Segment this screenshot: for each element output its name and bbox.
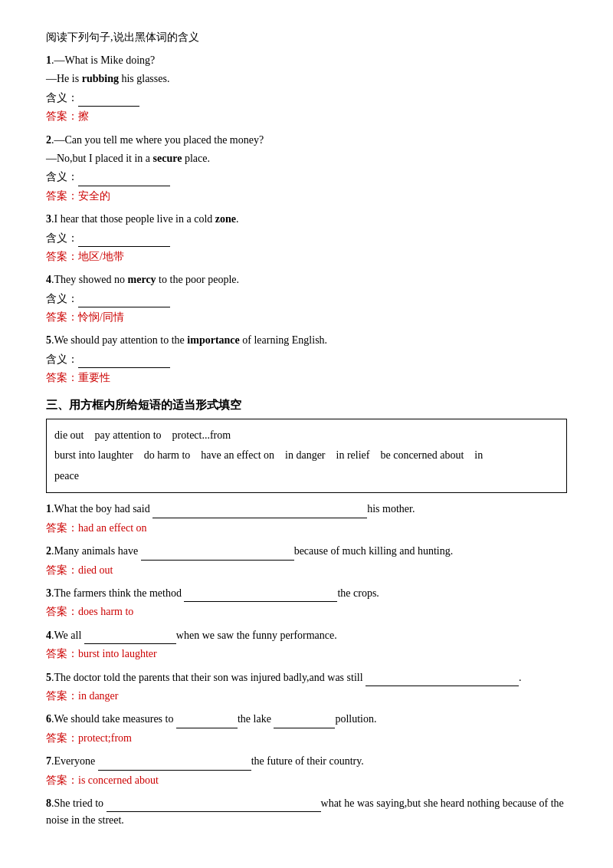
fill-question-3: 3.The farmers think the method the crops… — [46, 585, 567, 621]
fill-question-8: 8.She tried to what he was saying,but sh… — [46, 795, 567, 830]
fill-question-1: 1.What the boy had said his mother. 答案：h… — [46, 501, 567, 537]
q3-line1: 3.I hear that those people live in a col… — [46, 211, 567, 228]
page-container: 阅读下列句子,说出黑体词的含义 1.—What is Mike doing? —… — [46, 31, 567, 830]
section3-title: 三、用方框内所给短语的适当形式填空 — [46, 398, 567, 413]
q2-answer: 答案：安全的 — [46, 188, 567, 205]
fq5-answer: 答案：in danger — [46, 688, 567, 705]
question-2: 2.—Can you tell me where you placed the … — [46, 132, 567, 205]
question-5: 5.We should pay attention to the importa… — [46, 332, 567, 386]
q1-line2: —He is rubbing his glasses. — [46, 71, 567, 87]
word-box: die out pay attention to protect...from … — [46, 419, 567, 494]
fill-question-5: 5.The doctor told the parents that their… — [46, 669, 567, 705]
q1-meaning: 含义： — [46, 90, 567, 107]
fq3-answer: 答案：does harm to — [46, 603, 567, 620]
question-1: 1.—What is Mike doing? —He is rubbing hi… — [46, 52, 567, 126]
word-box-content2: burst into laughter do harm to have an e… — [54, 449, 483, 461]
fq2-text: 2.Many animals have because of much kill… — [46, 543, 567, 560]
fq4-text: 4.We all when we saw the funny performan… — [46, 627, 567, 644]
fq6-answer: 答案：protect;from — [46, 730, 567, 747]
q4-meaning: 含义： — [46, 291, 567, 307]
word-box-content: die out pay attention to protect...from — [54, 429, 231, 441]
fq1-answer: 答案：had an effect on — [46, 520, 567, 537]
word-box-content3: peace — [54, 470, 79, 482]
q4-answer: 答案：怜悯/同情 — [46, 309, 567, 326]
fill-question-4: 4.We all when we saw the funny performan… — [46, 627, 567, 663]
q5-line1: 5.We should pay attention to the importa… — [46, 332, 567, 349]
q4-line1: 4.They showed no mercy to the poor peopl… — [46, 271, 567, 288]
q1-line1: 1.—What is Mike doing? — [46, 52, 567, 69]
fill-question-6: 6.We should take measures to the lake po… — [46, 711, 567, 747]
q2-line1: 2.—Can you tell me where you placed the … — [46, 132, 567, 149]
question-3: 3.I hear that those people live in a col… — [46, 211, 567, 265]
q3-answer: 答案：地区/地带 — [46, 248, 567, 265]
fq8-text: 8.She tried to what he was saying,but sh… — [46, 795, 567, 830]
fq1-text: 1.What the boy had said his mother. — [46, 501, 567, 518]
fq4-answer: 答案：burst into laughter — [46, 646, 567, 663]
fill-question-2: 2.Many animals have because of much kill… — [46, 543, 567, 579]
fq2-answer: 答案：died out — [46, 562, 567, 579]
fq7-text: 7.Everyone the future of their country. — [46, 753, 567, 770]
fq5-text: 5.The doctor told the parents that their… — [46, 669, 567, 686]
fq6-text: 6.We should take measures to the lake po… — [46, 711, 567, 728]
q5-answer: 答案：重要性 — [46, 370, 567, 386]
q2-meaning: 含义： — [46, 169, 567, 186]
question-4: 4.They showed no mercy to the poor peopl… — [46, 271, 567, 326]
q1-answer: 答案：擦 — [46, 108, 567, 125]
intro-text: 阅读下列句子,说出黑体词的含义 — [46, 31, 567, 44]
q2-line2: —No,but I placed it in a secure place. — [46, 150, 567, 167]
q3-meaning: 含义： — [46, 230, 567, 247]
q5-meaning: 含义： — [46, 351, 567, 368]
fq3-text: 3.The farmers think the method the crops… — [46, 585, 567, 602]
fq7-answer: 答案：is concerned about — [46, 772, 567, 789]
fill-question-7: 7.Everyone the future of their country. … — [46, 753, 567, 789]
